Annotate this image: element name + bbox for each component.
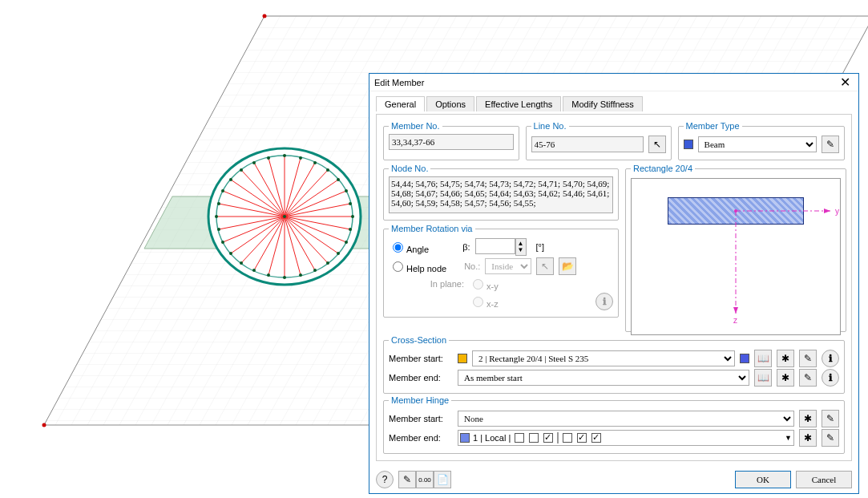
- svg-point-62: [349, 202, 352, 205]
- tab-modify-stiffness[interactable]: Modify Stiffness: [563, 96, 642, 111]
- hinge-end-edit-button[interactable]: ✎: [822, 429, 839, 447]
- open-node-button: 📂: [559, 257, 576, 275]
- svg-marker-65: [824, 209, 830, 213]
- svg-point-60: [337, 178, 340, 181]
- svg-point-61: [345, 189, 348, 192]
- units-button[interactable]: 0.00: [416, 471, 434, 488]
- member-no-input[interactable]: [389, 134, 514, 150]
- edit-member-dialog: Edit Member ✕ General Options Effective …: [369, 73, 859, 494]
- svg-point-46: [229, 252, 232, 255]
- svg-point-54: [252, 161, 256, 164]
- helpnode-select: Inside: [485, 258, 531, 274]
- hinge-end-select[interactable]: 1 | Local | ▼: [458, 430, 794, 446]
- group-member-type: Member Type Beam ✎: [678, 121, 845, 160]
- group-cross-section: Cross-Section Member start: 2 | Rectangl…: [383, 335, 845, 394]
- svg-point-38: [337, 252, 340, 255]
- cs-end-lib-button[interactable]: 📖: [754, 369, 772, 387]
- cs-lib-button[interactable]: 📖: [754, 350, 772, 367]
- tab-effective-lengths[interactable]: Effective Lengths: [476, 96, 561, 111]
- node-no-text[interactable]: 54,44; 54,76; 54,75; 54,74; 54,73; 54,72…: [389, 176, 613, 213]
- svg-point-45: [240, 261, 243, 265]
- member-type-color: [684, 140, 693, 149]
- cs-start-color2: [740, 354, 749, 363]
- svg-point-53: [240, 168, 243, 172]
- cs-end-select[interactable]: As member start: [458, 370, 749, 386]
- svg-point-3: [42, 423, 46, 427]
- svg-point-47: [221, 241, 224, 244]
- rotation-helpnode-radio[interactable]: Help node: [389, 259, 446, 273]
- svg-point-35: [351, 215, 354, 218]
- svg-point-59: [326, 168, 329, 172]
- svg-text:z: z: [733, 316, 737, 325]
- ok-button[interactable]: OK: [735, 471, 791, 488]
- dialog-title: Edit Member: [374, 78, 424, 87]
- group-node-no: Node No. 54,44; 54,76; 54,75; 54,74; 54,…: [383, 164, 619, 221]
- cs-end-new-button[interactable]: ✱: [777, 369, 794, 387]
- group-member-rotation: Member Rotation via Angle β: ▲▼ [°] Help…: [383, 224, 619, 318]
- hinge-start-select[interactable]: None: [458, 411, 794, 427]
- section-preview: y z: [631, 178, 841, 335]
- svg-point-56: [283, 154, 286, 157]
- cs-start-color: [458, 354, 467, 363]
- cs-end-info-button[interactable]: ℹ: [822, 369, 839, 387]
- svg-point-43: [267, 273, 270, 277]
- member-type-edit-button[interactable]: ✎: [822, 136, 839, 153]
- plane-xz-radio: x-z: [469, 294, 499, 309]
- svg-point-50: [217, 202, 220, 205]
- svg-point-40: [313, 269, 317, 272]
- svg-point-44: [252, 269, 256, 272]
- svg-point-58: [313, 161, 317, 164]
- rotation-angle-radio[interactable]: Angle: [389, 240, 429, 254]
- svg-point-51: [221, 189, 224, 192]
- cs-end-edit-button[interactable]: ✎: [799, 369, 817, 387]
- plane-xy-radio: x-y: [469, 277, 499, 291]
- svg-point-42: [283, 276, 286, 279]
- cs-new-button[interactable]: ✱: [777, 350, 794, 367]
- pick-line-button[interactable]: ↖: [648, 136, 666, 153]
- group-member-no: Member No.: [383, 121, 519, 160]
- rotation-info-button[interactable]: ℹ: [595, 293, 613, 310]
- report-button[interactable]: 📄: [434, 471, 451, 488]
- svg-point-41: [299, 273, 302, 277]
- beta-input[interactable]: [475, 238, 515, 254]
- tab-options[interactable]: Options: [426, 96, 474, 111]
- svg-point-48: [217, 228, 220, 231]
- svg-marker-68: [733, 307, 738, 314]
- cs-edit-button[interactable]: ✎: [799, 350, 817, 367]
- close-button[interactable]: ✕: [837, 76, 854, 89]
- hinge-end-new-button[interactable]: ✱: [799, 429, 817, 447]
- group-preview: Rectangle 20/4 y z: [625, 164, 846, 332]
- svg-point-34: [283, 215, 286, 218]
- hinge-start-new-button[interactable]: ✱: [799, 410, 817, 427]
- member-type-select[interactable]: Beam: [698, 136, 817, 152]
- svg-point-52: [229, 178, 232, 181]
- svg-point-55: [267, 156, 270, 160]
- pick-node-button: ↖: [536, 257, 554, 275]
- svg-point-39: [326, 261, 329, 265]
- hinge-start-edit-button[interactable]: ✎: [822, 410, 839, 427]
- svg-point-0: [263, 14, 267, 18]
- svg-point-36: [349, 228, 352, 231]
- svg-point-49: [215, 215, 218, 218]
- line-no-input[interactable]: [531, 136, 644, 152]
- cancel-button[interactable]: Cancel: [796, 471, 852, 488]
- comment-button[interactable]: ✎: [398, 471, 416, 488]
- help-button[interactable]: ?: [376, 471, 394, 488]
- svg-point-57: [299, 156, 302, 160]
- group-line-no: Line No. ↖: [526, 121, 672, 160]
- tab-bar: General Options Effective Lengths Modify…: [369, 91, 858, 111]
- group-member-hinge: Member Hinge Member start: None ✱ ✎ Memb…: [383, 395, 845, 454]
- cs-info-button[interactable]: ℹ: [822, 350, 839, 367]
- svg-point-37: [345, 241, 348, 244]
- beta-spinner[interactable]: ▲▼: [515, 238, 527, 256]
- cs-start-select[interactable]: 2 | Rectangle 20/4 | Steel S 235: [472, 350, 735, 366]
- svg-point-70: [734, 209, 737, 213]
- tab-general[interactable]: General: [376, 96, 425, 111]
- svg-text:y: y: [835, 207, 839, 216]
- tab-content-general: Member No. Line No. ↖ Member Type Beam ✎…: [376, 114, 852, 461]
